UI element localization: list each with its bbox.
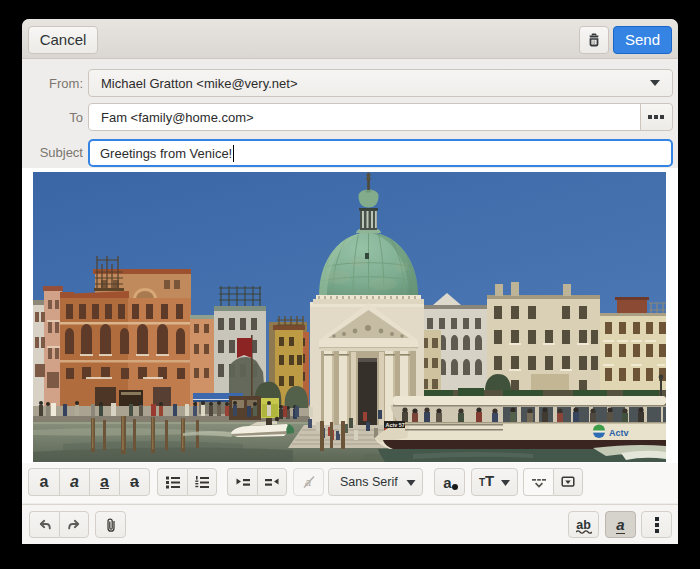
svg-text:Actv 57: Actv 57 <box>386 422 405 428</box>
svg-text:Actv: Actv <box>609 428 629 438</box>
